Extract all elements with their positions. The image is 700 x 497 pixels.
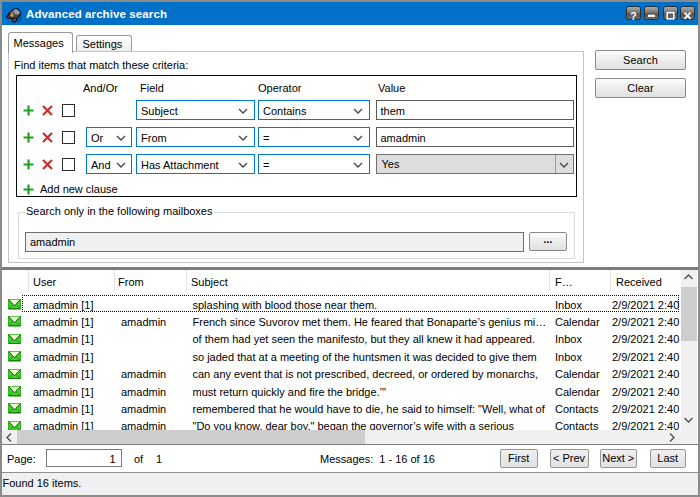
svg-text:?: ? [630, 10, 636, 22]
